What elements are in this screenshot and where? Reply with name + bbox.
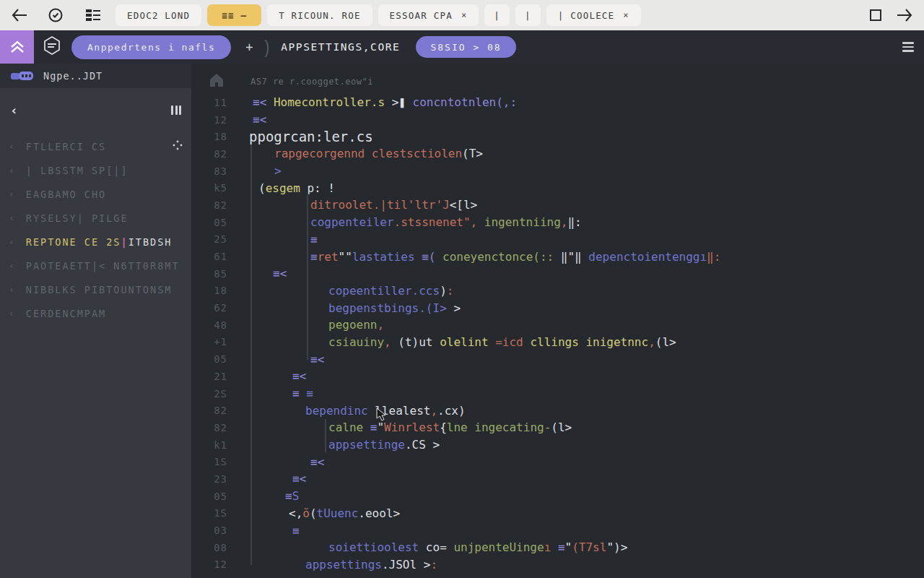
code-line-16[interactable]: 21≡< [191,368,924,385]
line-number: 82 [191,422,227,434]
code-line-3[interactable]: 82rapgecorgennd clestsctiolen(T> [191,145,924,163]
code-token: bependinc [305,404,368,418]
code-line-5[interactable]: k5(esgem p: ! [191,179,924,197]
code-line-11[interactable]: 18copeentiller.ccs): [191,282,924,300]
code-token: ı [544,540,552,554]
code-token: co= [419,540,453,554]
code-line-19[interactable]: 82calne ≡"Winrlest{lne ingecating-(l> [191,419,924,436]
close-icon[interactable]: × [461,10,467,20]
code-token: ≡ [292,387,306,400]
line-content: > [274,164,282,178]
drag-dots-icon[interactable] [173,140,183,152]
chevron-left-icon: ‹ [9,284,16,295]
code-token: <[l> [450,198,478,212]
code-token: ≡< [310,353,324,366]
code-line-22[interactable]: 23≡< [191,470,924,488]
code-line-1[interactable]: 12≡< [191,111,924,129]
code-editor[interactable]: AS7 re r.coogget.eow"i 11≡< Homecontroll… [191,64,924,578]
editor-tab-4[interactable]: | [484,4,510,26]
code-token: ≡< [273,267,287,280]
sidebar-item-6[interactable]: ‹NIBBLKS PIBTOUNTONSM [0,277,191,301]
line-content: csiauiny, (t)ut olelint =icd cllings ini… [328,335,676,349]
line-number: 2S [191,388,227,400]
history-clock-icon[interactable] [43,4,68,26]
code-line-25[interactable]: 03≡ [191,522,924,539]
code-token: =icd [495,335,530,349]
editor-tab-3[interactable]: ESSOAR CPA× [378,4,479,26]
home-icon[interactable] [209,72,225,91]
editor-tab-1[interactable]: ≡≡ – [207,4,261,26]
code-line-10[interactable]: 85≡< [191,265,924,282]
add-tab-button[interactable]: + [245,40,253,54]
code-token: .eool> [358,506,400,520]
code-line-6[interactable]: 82ditroolet.|til'ltr'J<[l> [191,197,924,214]
code-token: ≡< [292,472,306,486]
double-chevron-up-icon [9,40,25,54]
maximize-icon[interactable] [863,4,888,26]
code-line-4[interactable]: 83> [191,163,924,180]
editor-tab-2[interactable]: T RICOUN. ROE [267,4,372,26]
code-line-17[interactable]: 2S≡ ≡ [191,385,924,402]
code-line-18[interactable]: 82bependinc llealest,.cx) [191,402,924,419]
line-number: 1S [191,456,227,467]
code-token: , [384,335,391,349]
code-line-24[interactable]: 1S<,ŏ(tUuenc.eool> [191,505,924,522]
forward-arrow-icon[interactable] [892,4,917,26]
settings-hexagon-icon[interactable] [43,35,61,59]
sidebar-collapse-row: ‹ [0,94,191,126]
code-line-13[interactable]: 48pegoenn, [191,316,924,334]
back-arrow-icon[interactable] [7,4,32,26]
code-line-21[interactable]: 1S≡< [191,453,924,470]
code-token: soiettioolest [328,540,419,554]
code-token: (T7sl [572,540,606,554]
code-token: copeentiller.ccs [328,284,440,298]
menu-hamburger-icon[interactable] [902,42,914,52]
collapse-all-button[interactable] [0,30,34,64]
code-line-23[interactable]: 05≡S [191,488,924,505]
code-line-2[interactable]: 18ppogrcan:ler.cs [191,128,924,145]
sidebar-item-3[interactable]: ‹RYSELSY| PILGE [0,206,191,230]
code-line-15[interactable]: 05≡< [191,350,924,368]
sidebar-item-5[interactable]: ‹PAOTEAETT|< N6TT0R8MT [0,254,191,277]
sidebar-item-4[interactable]: ‹REPTONE CE 2S| ITBDSH [0,230,191,254]
code-line-20[interactable]: k1appsettinge.CS > [191,436,924,454]
collapse-panel-chevron[interactable]: ‹ [10,103,18,118]
code-token: ingentniing [477,215,561,229]
editor-tab-5[interactable]: | [515,4,541,26]
line-content: ≡< [310,455,324,469]
editor-tab-6[interactable]: | COOLECE× [546,4,641,26]
line-content: soiettioolest co= unjpenteUingeı ≡"(T7sl… [328,540,627,554]
sidebar-item-1[interactable]: ‹| LBSSTM SP[|] [0,158,191,182]
session-pill-button[interactable]: S8SIO > 08 [416,36,515,58]
sidebar-project-header[interactable]: Ngpe..JDT [0,64,191,88]
code-line-27[interactable]: 12appsettings.JSOl >: [191,556,924,574]
item-label: | LBSSTM SP[|] [26,165,128,176]
code-line-8[interactable]: 25≡ [191,231,924,249]
code-line-0[interactable]: 11≡< Homecontroller.s >❚ concntotnlen(,: [191,94,924,111]
code-line-14[interactable]: +1csiauiny, (t)ut olelint =icd cllings i… [191,334,924,351]
code-line-9[interactable]: 61≡ret""lastaties ≡( coneyenctonce(:: ‖"… [191,248,924,265]
line-content: (esgem p: ! [258,181,335,195]
sidebar-item-0[interactable]: ‹FTLLERCI CS [0,134,191,158]
code-line-12[interactable]: 62begpenstbings.(I> > [191,299,924,316]
code-token: ditroolet.|til'ltr'J [310,198,450,212]
editor-tab-0[interactable]: EDOC2 LOND [116,4,201,26]
sidebar-item-2[interactable]: ‹EAGBAMO CHO [0,182,191,206]
sidebar-item-7[interactable]: ‹CERDENCMPAM [0,301,191,325]
chevron-left-icon: ‹ [9,308,16,319]
chevron-left-icon: ‹ [9,189,16,199]
task-list-icon[interactable] [81,4,105,26]
active-file-tab[interactable]: Anppedrtens i nafls [71,35,231,59]
close-icon[interactable]: × [623,10,629,20]
code-token: ≡ [292,524,300,538]
code-token: appsettings [305,558,382,571]
line-number: 21 [191,371,227,382]
line-content: appsettinge.CS > [328,438,440,452]
line-number: 82 [191,148,227,160]
item-caret: | [121,236,128,248]
code-line-7[interactable]: 05cogpenteiler.stssnenet", ingentniing,‖… [191,214,924,231]
code-token: : [430,558,437,571]
code-line-26[interactable]: 08soiettioolest co= unjpenteUingeı ≡"(T7… [191,539,924,556]
columns-icon[interactable] [171,105,181,115]
file-tree: ‹FTLLERCI CS‹| LBSSTM SP[|]‹EAGBAMO CHO‹… [0,134,191,325]
